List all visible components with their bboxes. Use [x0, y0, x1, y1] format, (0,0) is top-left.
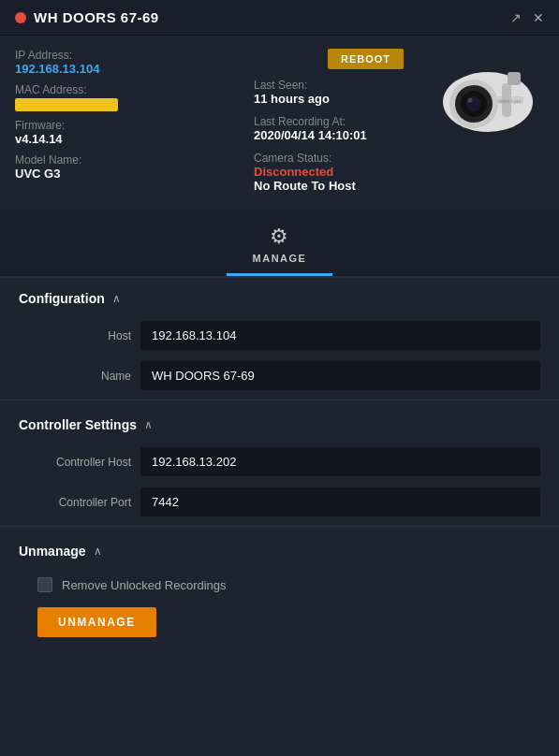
- last-recording-label: Last Recording At:: [254, 115, 367, 128]
- controller-port-input[interactable]: [140, 487, 540, 516]
- configuration-title: Configuration: [19, 291, 105, 306]
- name-input[interactable]: [140, 361, 540, 390]
- mac-label: MAC Address:: [15, 83, 244, 96]
- firmware-value: v4.14.14: [15, 132, 244, 146]
- host-label: Host: [19, 329, 131, 342]
- svg-point-5: [468, 97, 473, 102]
- camera-status-row: Camera Status: Disconnected No Route To …: [254, 152, 356, 193]
- title-bar-left: WH DOORS 67-69: [15, 9, 159, 25]
- divider-2: [0, 526, 559, 527]
- ip-label: IP Address:: [15, 49, 244, 62]
- svg-text:redes • pro: redes • pro: [498, 98, 521, 104]
- expand-icon[interactable]: ↗: [510, 10, 522, 25]
- controller-port-row: Controller Port: [0, 482, 559, 522]
- camera-status-label: Camera Status:: [254, 152, 356, 165]
- controller-host-row: Controller Host: [0, 442, 559, 482]
- controller-host-label: Controller Host: [19, 456, 131, 469]
- tab-manage[interactable]: ⚙ MANAGE: [227, 219, 333, 276]
- name-row: Name: [0, 356, 559, 396]
- remove-recordings-label: Remove Unlocked Recordings: [62, 578, 227, 592]
- controller-host-input[interactable]: [140, 447, 540, 476]
- unmanage-title: Unmanage: [19, 544, 86, 559]
- title-bar: WH DOORS 67-69 ↗ ✕: [0, 0, 559, 36]
- controller-port-label: Controller Port: [19, 496, 131, 509]
- tabs-bar: ⚙ MANAGE: [0, 210, 559, 278]
- close-icon[interactable]: ✕: [533, 10, 544, 25]
- name-label: Name: [19, 370, 131, 383]
- controller-settings-title: Controller Settings: [19, 417, 137, 432]
- camera-status-value: Disconnected: [254, 165, 356, 179]
- controller-settings-chevron[interactable]: ∧: [144, 418, 153, 431]
- title-bar-controls: ↗ ✕: [510, 10, 544, 25]
- divider-1: [0, 400, 559, 400]
- status-dot: [15, 12, 26, 23]
- controller-settings-header: Controller Settings ∧: [0, 404, 559, 442]
- last-seen-value: 11 hours ago: [254, 92, 330, 106]
- last-seen-row: Last Seen: 11 hours ago: [254, 79, 330, 106]
- camera-image: redes • pro: [413, 52, 544, 146]
- model-label: Model Name:: [15, 153, 244, 167]
- unmanage-chevron[interactable]: ∧: [94, 545, 102, 558]
- unmanage-button[interactable]: UNMANAGE: [37, 607, 156, 637]
- firmware-row: Firmware: v4.14.14: [15, 119, 244, 146]
- model-value: UVC G3: [15, 167, 244, 181]
- mac-bar-visual: [15, 98, 118, 111]
- host-input[interactable]: [140, 321, 540, 350]
- last-recording-row: Last Recording At: 2020/04/14 14:10:01: [254, 115, 367, 142]
- model-row: Model Name: UVC G3: [15, 153, 244, 181]
- host-row: Host: [0, 315, 559, 356]
- manage-icon: ⚙: [270, 225, 288, 249]
- main-content: Configuration ∧ Host Name Controller Set…: [0, 278, 559, 756]
- remove-recordings-checkbox[interactable]: [37, 577, 52, 592]
- mac-row: MAC Address:: [15, 83, 244, 111]
- info-left: IP Address: 192.168.13.104 MAC Address: …: [15, 49, 244, 200]
- window-title: WH DOORS 67-69: [34, 9, 159, 25]
- info-right: REBOOT Last Seen: 11 hours ago Last Reco…: [254, 49, 404, 200]
- ip-value[interactable]: 192.168.13.104: [15, 62, 244, 76]
- svg-rect-7: [508, 72, 521, 85]
- configuration-chevron[interactable]: ∧: [112, 292, 121, 305]
- configuration-header: Configuration ∧: [0, 278, 559, 315]
- checkbox-row: Remove Unlocked Recordings: [0, 568, 559, 602]
- ip-row: IP Address: 192.168.13.104: [15, 49, 244, 76]
- tab-manage-label: MANAGE: [253, 253, 307, 264]
- reboot-button[interactable]: REBOOT: [328, 49, 404, 69]
- camera-status-note: No Route To Host: [254, 179, 356, 193]
- unmanage-header: Unmanage ∧: [0, 531, 559, 568]
- info-panel: IP Address: 192.168.13.104 MAC Address: …: [0, 36, 559, 210]
- firmware-label: Firmware:: [15, 119, 244, 132]
- last-recording-value: 2020/04/14 14:10:01: [254, 128, 367, 142]
- last-seen-label: Last Seen:: [254, 79, 330, 92]
